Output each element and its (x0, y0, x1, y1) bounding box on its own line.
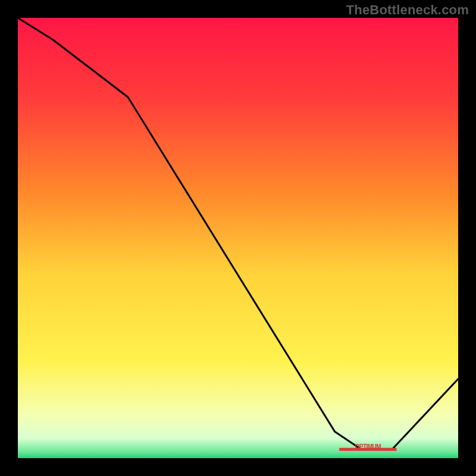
plot-area: OPTIMUM (18, 18, 458, 458)
gradient-background (18, 18, 458, 458)
chart-svg (18, 18, 458, 458)
watermark-text: TheBottleneck.com (346, 2, 469, 18)
chart-frame: TheBottleneck.com OPTIMUM (0, 0, 476, 476)
optimum-annotation: OPTIMUM (355, 443, 381, 450)
